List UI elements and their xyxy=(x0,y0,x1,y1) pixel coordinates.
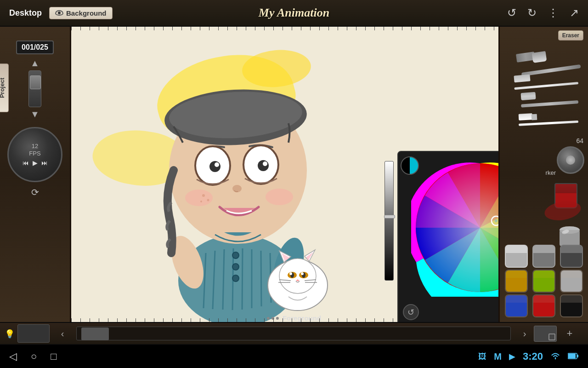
canvas-area[interactable]: ↺ xyxy=(71,27,498,322)
wifi-icon xyxy=(550,351,560,362)
loop-btn[interactable]: ⟳ xyxy=(31,187,39,198)
color-picker-overlay[interactable]: ↺ xyxy=(397,151,498,322)
battery-icon xyxy=(568,352,579,362)
project-tab[interactable]: Project xyxy=(0,63,9,112)
paint-jar-gray[interactable] xyxy=(532,245,555,268)
forward-btn[interactable]: ⏭ xyxy=(41,159,48,167)
home-btn[interactable]: ○ xyxy=(31,351,37,362)
frame-thumb-right[interactable] xyxy=(534,326,557,342)
paint-jar-black[interactable] xyxy=(560,294,583,317)
ruler-top xyxy=(71,27,498,30)
frame-controls-right: + xyxy=(534,322,583,345)
left-panel: Project 001/025 ▲ ▼ 12 FPS ⏮ ▶ ⏭ ⟳ xyxy=(0,27,71,322)
background-tab-label: Background xyxy=(66,9,107,17)
timeline-frame-marker[interactable] xyxy=(81,328,109,340)
redo-icon[interactable]: ↻ xyxy=(527,6,537,19)
eraser-label: Eraser xyxy=(558,30,583,40)
play-btn[interactable]: ▶ xyxy=(33,159,38,167)
background-tab[interactable]: Background xyxy=(49,7,113,19)
brushes-area xyxy=(502,50,586,128)
paint-jar-white[interactable] xyxy=(505,245,528,268)
thick-brush-item[interactable] xyxy=(507,91,581,107)
timeline-prev-btn[interactable]: ‹ xyxy=(53,322,72,345)
fineliner-item[interactable] xyxy=(507,73,581,86)
add-frame-btn[interactable]: + xyxy=(560,322,579,345)
screenshot-icon: 🖼 xyxy=(478,352,486,362)
svg-point-33 xyxy=(279,259,316,293)
top-bar-left: Desktop Background xyxy=(9,7,113,19)
svg-rect-61 xyxy=(568,354,576,358)
menu-icon[interactable]: ⋮ xyxy=(548,6,559,19)
canvas-bg: ↺ xyxy=(71,27,498,322)
reset-color-btn[interactable]: ↺ xyxy=(403,304,419,320)
right-panel: Eraser xyxy=(498,27,588,322)
svg-point-42 xyxy=(289,272,292,275)
back-btn[interactable]: ◁ xyxy=(9,351,17,362)
playback-controls: ⏮ ▶ ⏭ xyxy=(23,159,48,167)
main-area: Project 001/025 ▲ ▼ 12 FPS ⏮ ▶ ⏭ ⟳ xyxy=(0,27,588,322)
media-icon: ▶ xyxy=(509,351,515,362)
svg-point-26 xyxy=(202,194,205,197)
size-dot xyxy=(566,155,575,165)
sys-right: 🖼 M ▶ 3:20 xyxy=(478,351,579,362)
timeline-track[interactable] xyxy=(76,327,511,340)
svg-point-25 xyxy=(266,189,293,205)
frame-counter: 001/025 xyxy=(16,40,54,54)
svg-point-43 xyxy=(301,272,304,275)
scroll-down-arrow[interactable]: ▼ xyxy=(30,109,40,120)
top-bar-right: ↺ ↻ ⋮ ↗ xyxy=(507,6,579,19)
top-bar: Desktop Background My Animation ↺ ↻ ⋮ ↗ xyxy=(0,0,588,27)
svg-rect-62 xyxy=(577,355,578,357)
calligraphy-item[interactable] xyxy=(507,112,581,126)
timeline-bar: 💡 ‹ › + xyxy=(0,322,588,345)
paint-jar-blue[interactable] xyxy=(505,294,528,317)
undo-icon[interactable]: ↺ xyxy=(507,6,516,19)
svg-point-54 xyxy=(495,219,498,222)
mail-icon: M xyxy=(494,351,502,362)
color-wheel-container[interactable] xyxy=(411,159,498,297)
color-wheel-svg xyxy=(411,159,498,297)
system-bar: ◁ ○ □ 🖼 M ▶ 3:20 xyxy=(0,345,588,368)
svg-point-24 xyxy=(185,190,213,206)
svg-point-18 xyxy=(258,160,269,171)
size-dial[interactable] xyxy=(557,146,584,174)
svg-point-17 xyxy=(209,161,220,172)
scroll-control: ▲ ▼ xyxy=(28,58,41,120)
timeline-next-btn[interactable]: › xyxy=(515,322,534,345)
paintbrush-item[interactable] xyxy=(507,52,581,68)
paint-jar-dark[interactable] xyxy=(560,245,583,268)
sys-left: ◁ ○ □ xyxy=(9,351,57,362)
svg-point-31 xyxy=(232,275,239,282)
marker-label: rker xyxy=(546,169,556,176)
svg-point-29 xyxy=(232,252,239,259)
eye-icon xyxy=(55,10,63,16)
paint-jar-red[interactable] xyxy=(532,294,555,317)
frame-thumbnail[interactable] xyxy=(17,324,50,343)
brightness-thumb[interactable] xyxy=(384,215,395,218)
svg-point-27 xyxy=(207,199,209,201)
share-icon[interactable]: ↗ xyxy=(570,6,579,19)
nav-wheel[interactable]: 12 FPS ⏮ ▶ ⏭ xyxy=(7,127,62,182)
paint-jar-green[interactable] xyxy=(532,270,555,293)
paint-jar-silver[interactable] xyxy=(560,270,583,293)
scroll-slider[interactable] xyxy=(28,70,41,107)
svg-line-7 xyxy=(261,251,261,306)
fps-display: 12 FPS xyxy=(29,143,40,157)
character-container xyxy=(114,41,380,322)
brightness-slider[interactable] xyxy=(384,161,394,281)
svg-line-5 xyxy=(242,248,243,310)
lightbulb-icon: 💡 xyxy=(5,329,14,338)
app-title: My Animation xyxy=(259,6,329,20)
scroll-up-arrow[interactable]: ▲ xyxy=(30,58,40,69)
frame-overlay-icon xyxy=(548,334,555,340)
system-time: 3:20 xyxy=(523,351,543,362)
rewind-btn[interactable]: ⏮ xyxy=(23,159,29,167)
svg-point-19 xyxy=(215,162,219,167)
svg-point-28 xyxy=(200,201,202,202)
svg-point-30 xyxy=(232,264,239,270)
recents-btn[interactable]: □ xyxy=(51,351,57,362)
scroll-thumb[interactable] xyxy=(30,75,41,89)
svg-point-20 xyxy=(263,161,267,166)
character-svg xyxy=(114,41,380,322)
paint-jar-orange[interactable] xyxy=(505,270,528,293)
